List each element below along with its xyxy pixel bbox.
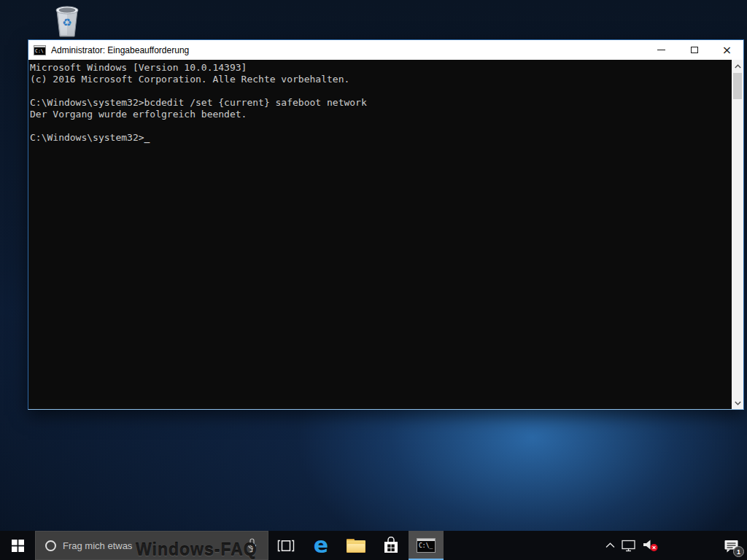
cmd-icon: C:\_ — [417, 538, 436, 553]
edge-icon: e — [314, 534, 328, 556]
cmd-window: C:\ Administrator: Eingabeaufforderung ×… — [28, 39, 744, 410]
console-line: Microsoft Windows [Version 10.0.14393] — [30, 62, 732, 74]
cmd-title-icon: C:\ — [34, 45, 46, 55]
maximize-button[interactable] — [678, 40, 711, 60]
volume-muted-button[interactable] — [639, 531, 662, 560]
console-prompt: C:\Windows\system32> — [30, 132, 144, 143]
scrollbar-thumb[interactable] — [733, 73, 742, 99]
chevron-down-icon — [735, 401, 741, 405]
tray-overflow-button[interactable] — [601, 531, 619, 560]
close-icon: × — [722, 44, 732, 56]
windows-store-button[interactable] — [374, 531, 409, 560]
minimize-icon — [657, 50, 665, 50]
scrollbar-up-button[interactable] — [732, 60, 743, 72]
microphone-icon — [247, 538, 258, 553]
console-output[interactable]: Microsoft Windows [Version 10.0.14393] (… — [28, 60, 732, 409]
start-button[interactable] — [0, 531, 35, 560]
system-tray: 1 — [601, 531, 747, 560]
chevron-up-icon — [605, 542, 615, 548]
console-prompt-line: C:\Windows\system32>_ — [30, 132, 732, 144]
maximize-icon — [691, 47, 698, 53]
desktop: { "desktop": { "recycle_bin_label": "Pap… — [0, 0, 747, 560]
action-center-button[interactable]: 1 — [715, 531, 747, 560]
text-cursor: _ — [144, 132, 150, 143]
speaker-muted-icon — [643, 539, 659, 552]
windows-store-icon — [383, 537, 399, 554]
close-button[interactable]: × — [711, 40, 743, 60]
console-line — [30, 85, 732, 97]
scrollbar-down-button[interactable] — [732, 397, 743, 409]
console-line — [30, 120, 732, 132]
tray-empty-space — [662, 531, 715, 560]
cmd-titlebar[interactable]: C:\ Administrator: Eingabeaufforderung × — [28, 40, 743, 60]
console-scrollbar[interactable] — [732, 60, 743, 409]
file-explorer-icon — [347, 539, 365, 553]
taskbar-spacer — [444, 531, 601, 560]
task-view-icon — [277, 540, 295, 552]
svg-text:C:\_: C:\_ — [419, 542, 433, 549]
ethernet-network-icon — [622, 540, 636, 552]
edge-browser-button[interactable]: e — [303, 531, 338, 560]
cortana-icon — [45, 540, 56, 551]
console-line: Der Vorgang wurde erfolgreich beendet. — [30, 109, 732, 120]
microphone-button[interactable] — [247, 538, 258, 553]
recycle-bin-icon: ♻ — [50, 2, 85, 39]
task-view-button[interactable] — [268, 531, 303, 560]
window-title: Administrator: Eingabeaufforderung — [51, 45, 189, 55]
network-status-button[interactable] — [619, 531, 639, 560]
file-explorer-button[interactable] — [338, 531, 374, 560]
console-line: C:\Windows\system32>bcdedit /set {curren… — [30, 97, 732, 109]
console-line: (c) 2016 Microsoft Corporation. Alle Rec… — [30, 74, 732, 85]
search-placeholder: Frag mich etwas — [63, 540, 247, 551]
cmd-taskbar-button[interactable]: C:\_ — [409, 531, 444, 560]
cortana-search-box[interactable]: Frag mich etwas — [35, 531, 268, 560]
minimize-button[interactable] — [645, 40, 678, 60]
svg-text:♻: ♻ — [62, 16, 71, 29]
taskbar: Frag mich etwas e — [0, 531, 747, 560]
windows-logo-icon — [12, 540, 24, 552]
svg-text:C:\: C:\ — [35, 48, 44, 54]
chevron-up-icon — [735, 64, 741, 69]
notification-badge: 1 — [733, 546, 744, 557]
